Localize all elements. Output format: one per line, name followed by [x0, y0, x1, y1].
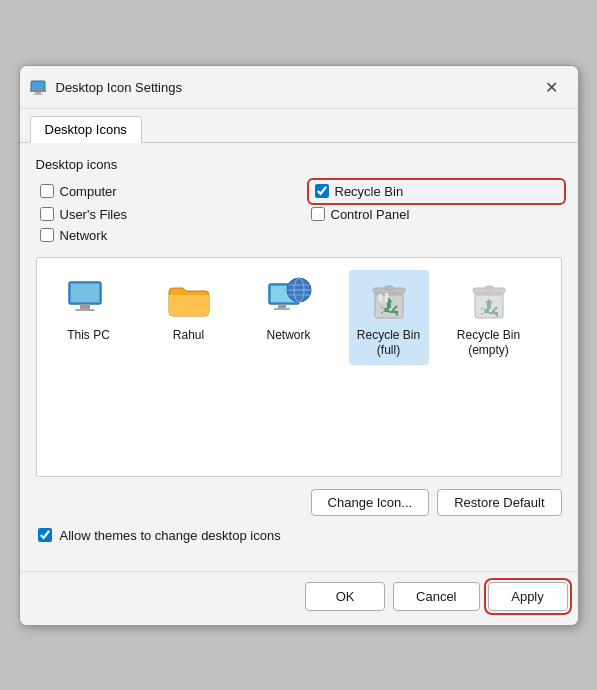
- svg-rect-8: [71, 284, 99, 302]
- cancel-button[interactable]: Cancel: [393, 582, 479, 611]
- dialog: Desktop Icon Settings ✕ Desktop Icons De…: [19, 65, 579, 626]
- svg-rect-7: [75, 309, 95, 311]
- recycle-bin-full-icon: [365, 276, 413, 324]
- recycle-bin-label[interactable]: Recycle Bin: [335, 184, 404, 199]
- svg-rect-11: [278, 304, 286, 308]
- recycle-bin-empty-icon: [465, 276, 513, 324]
- svg-rect-21: [385, 286, 393, 290]
- this-pc-label: This PC: [67, 328, 110, 344]
- checkbox-computer: Computer: [40, 182, 291, 201]
- icon-action-buttons: Change Icon... Restore Default: [36, 489, 562, 516]
- section-title: Desktop icons: [36, 157, 562, 172]
- icon-item-network[interactable]: Network: [249, 270, 329, 365]
- icon-item-recycle-empty[interactable]: Recycle Bin(empty): [449, 270, 529, 365]
- checkbox-users-files: User's Files: [40, 207, 291, 222]
- recycle-empty-label: Recycle Bin(empty): [457, 328, 520, 359]
- control-panel-checkbox[interactable]: [311, 207, 325, 221]
- control-panel-label[interactable]: Control Panel: [331, 207, 410, 222]
- change-icon-button[interactable]: Change Icon...: [311, 489, 430, 516]
- svg-rect-1: [30, 90, 46, 92]
- network-label: Network: [266, 328, 310, 344]
- checkboxes-grid: Computer Recycle Bin User's Files Contro…: [36, 182, 562, 243]
- allow-themes-label[interactable]: Allow themes to change desktop icons: [60, 528, 281, 543]
- network-checkbox[interactable]: [40, 228, 54, 242]
- content-area: Desktop icons Computer Recycle Bin User'…: [20, 143, 578, 571]
- computer-label[interactable]: Computer: [60, 184, 117, 199]
- rahul-label: Rahul: [173, 328, 204, 344]
- checkbox-recycle-bin-highlighted: Recycle Bin: [311, 182, 562, 201]
- icon-grid: This PC Rahul: [49, 270, 549, 365]
- close-button[interactable]: ✕: [538, 74, 566, 102]
- svg-rect-27: [485, 286, 493, 290]
- recycle-bin-checkbox[interactable]: [315, 184, 329, 198]
- apply-button[interactable]: Apply: [488, 582, 568, 611]
- recycle-full-label: Recycle Bin(full): [357, 328, 420, 359]
- allow-themes-checkbox[interactable]: [38, 528, 52, 542]
- users-files-checkbox[interactable]: [40, 207, 54, 221]
- svg-rect-6: [80, 304, 90, 309]
- icon-grid-container: This PC Rahul: [36, 257, 562, 477]
- restore-default-button[interactable]: Restore Default: [437, 489, 561, 516]
- footer-buttons: OK Cancel Apply: [20, 571, 578, 625]
- svg-rect-2: [35, 92, 41, 94]
- svg-rect-0: [31, 81, 45, 91]
- rahul-folder-icon: [165, 276, 213, 324]
- icon-item-this-pc[interactable]: This PC: [49, 270, 129, 365]
- computer-checkbox[interactable]: [40, 184, 54, 198]
- icon-item-rahul[interactable]: Rahul: [149, 270, 229, 365]
- icon-item-recycle-full[interactable]: Recycle Bin(full): [349, 270, 429, 365]
- svg-rect-12: [274, 308, 290, 310]
- checkbox-network: Network: [40, 228, 291, 243]
- allow-themes-row: Allow themes to change desktop icons: [36, 528, 562, 543]
- svg-rect-3: [33, 94, 43, 95]
- network-icon: [265, 276, 313, 324]
- users-files-label[interactable]: User's Files: [60, 207, 128, 222]
- dialog-title: Desktop Icon Settings: [56, 80, 182, 95]
- this-pc-icon: [65, 276, 113, 324]
- ok-button[interactable]: OK: [305, 582, 385, 611]
- tab-bar: Desktop Icons: [20, 109, 578, 143]
- dialog-icon: [30, 79, 48, 97]
- network-label[interactable]: Network: [60, 228, 108, 243]
- title-bar: Desktop Icon Settings ✕: [20, 66, 578, 109]
- checkbox-control-panel: Control Panel: [311, 207, 562, 222]
- svg-rect-23: [384, 292, 387, 301]
- title-bar-left: Desktop Icon Settings: [30, 79, 182, 97]
- tab-desktop-icons[interactable]: Desktop Icons: [30, 116, 142, 143]
